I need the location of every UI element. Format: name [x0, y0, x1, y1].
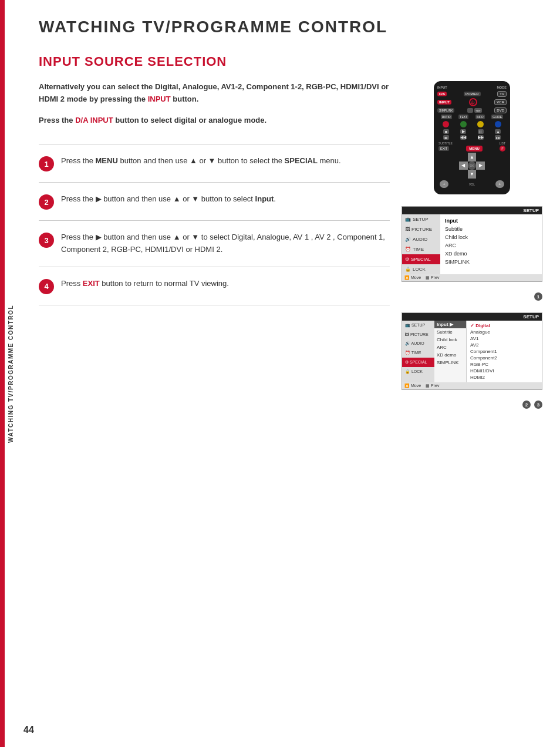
content-layout: Alternatively you can select the Digital…	[39, 81, 542, 409]
menu1-item-lock: 🔒 LOCK	[402, 264, 440, 274]
menu1-item-picture: 🖼 PICTURE	[402, 224, 440, 234]
menu1-item-special: ⚙ SPECIAL	[402, 254, 440, 264]
footnote-23-container: 2 3	[402, 401, 542, 409]
menu2-item-lock: 🔒 LOCK	[402, 367, 434, 376]
da-input-highlight: D/A INPUT	[75, 116, 113, 124]
remote-image-container: INPUT MODE D/A POWER TV INPUT ⏻ V	[402, 81, 542, 194]
input-highlight: INPUT	[148, 95, 171, 103]
menu1-item-audio: 🔊 AUDIO	[402, 234, 440, 244]
menu1-right-simplink: SIMPLINK	[445, 258, 537, 266]
step-3: 3 Press the ▶ button and then use ▲ or ▼…	[39, 220, 390, 267]
menu2-item-time: ⏰ TIME	[402, 348, 434, 358]
step-number-2: 2	[39, 194, 54, 210]
footnote-3: 3	[534, 401, 542, 409]
menu2-right-av2: AV2	[470, 342, 538, 348]
menu2-right-digital: ✓ Digital	[470, 322, 538, 329]
menu2-item-audio: 🔊 AUDIO	[402, 339, 434, 348]
step-2: 2 Press the ▶ button and then use ▲ or ▼…	[39, 182, 390, 220]
menu1-item-time: ⏰ TIME	[402, 244, 440, 254]
step-number-3: 3	[39, 233, 54, 248]
menu2-right-hdmi2: HDMI2	[470, 374, 538, 381]
intro-paragraph-1: Alternatively you can select the Digital…	[39, 81, 390, 106]
menu2-mid-arc: ARC	[434, 344, 466, 351]
menu1-item-setup: 📺 SETUP	[402, 214, 440, 224]
step-text-2: Press the ▶ button and then use ▲ or ▼ b…	[61, 193, 276, 206]
right-column: INPUT MODE D/A POWER TV INPUT ⏻ V	[402, 81, 542, 409]
sidebar-label: WATCHING TV/PROGRAMME CONTROL	[8, 305, 14, 443]
menu2-item-setup: 📺 SETUP	[402, 321, 434, 330]
menu1-right-panel: Input Subtitle Child lock ARC XD demo SI…	[440, 214, 542, 274]
menu2-right-analogue: Analogue	[470, 329, 538, 335]
menu1-right-childlock: Child lock	[445, 233, 537, 241]
steps-container: 1 Press the MENU button and then use ▲ o…	[39, 144, 390, 305]
menu2-mid-childlock: Child lock	[434, 336, 466, 344]
step-number-4: 4	[39, 279, 54, 294]
menu1-right-xddemo: XD demo	[445, 250, 537, 258]
menu2-mid-subtitle: Subtitle	[434, 328, 466, 336]
main-content: WATCHING TV/PROGRAMME CONTROL INPUT SOUR…	[21, 0, 560, 426]
menu2-mid-simplink: SIMPLINK	[434, 359, 466, 366]
step-text-3: Press the ▶ button and then use ▲ or ▼ t…	[61, 231, 390, 256]
menu2-mid-xddemo: XD demo	[434, 351, 466, 359]
step-text-4: Press EXIT button to return to normal TV…	[61, 278, 229, 290]
left-column: Alternatively you can select the Digital…	[39, 81, 390, 409]
menu1-right-subtitle: Subtitle	[445, 225, 537, 233]
menu1-right-input: Input	[445, 217, 537, 225]
menu-screenshot-2: SETUP 📺 SETUP 🖼 PICTURE 🔊 AUDIO ⏰ TIME ⚙…	[402, 312, 542, 390]
step-4: 4 Press EXIT button to return to normal …	[39, 267, 390, 305]
sidebar: WATCHING TV/PROGRAMME CONTROL	[0, 0, 21, 747]
menu-screenshot-1: SETUP 📺 SETUP 🖼 PICTURE 🔊 AUDIO	[402, 206, 542, 282]
menu2-right-hdmi1: HDMI1/DVI	[470, 368, 538, 374]
step-text-1: Press the MENU button and then use ▲ or …	[61, 155, 341, 167]
menu2-item-picture: 🖼 PICTURE	[402, 330, 434, 339]
footnote-1: 1	[534, 292, 542, 301]
menu2-right-component2: Component2	[470, 355, 538, 361]
menu2-right-panel: ✓ Digital Analogue AV1 AV2 Component1 Co…	[467, 321, 542, 382]
menu1-footer: 🔼 Move ▦ Prev	[402, 274, 542, 281]
page-title: WATCHING TV/PROGRAMME CONTROL	[39, 18, 542, 36]
footnote-1-container: 1	[402, 292, 542, 301]
step-1: 1 Press the MENU button and then use ▲ o…	[39, 144, 390, 182]
menu2-mid-input: Input ▶	[434, 321, 466, 328]
remote-control: INPUT MODE D/A POWER TV INPUT ⏻ V	[434, 81, 510, 194]
menu2-middle-panel: Input ▶ Subtitle Child lock ARC XD demo …	[434, 321, 467, 382]
intro-paragraph-2: Press the D/A INPUT button to select dig…	[39, 115, 390, 127]
page-number: 44	[23, 725, 34, 735]
menu2-right-av1: AV1	[470, 335, 538, 342]
sidebar-accent-bar	[0, 0, 5, 747]
menu1-right-arc: ARC	[445, 241, 537, 250]
menu2-right-rgbpc: RGB-PC	[470, 361, 538, 368]
section-title: INPUT SOURCE SELECTION	[39, 54, 542, 69]
menu2-right-component1: Component1	[470, 348, 538, 355]
step-number-1: 1	[39, 156, 54, 171]
menu2-footer: 🔼 Move ▦ Prev	[402, 382, 542, 389]
menu2-item-special: ⚙ SPECIAL	[402, 358, 434, 367]
footnote-2: 2	[522, 401, 531, 409]
